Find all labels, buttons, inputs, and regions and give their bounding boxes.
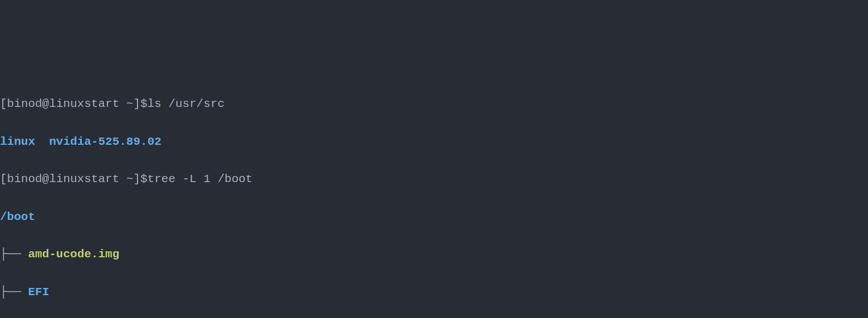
shell-prompt: [binod@linuxstart ~]$ bbox=[0, 97, 148, 110]
tree-branch-icon: ├── bbox=[0, 248, 28, 261]
dir-entry: /boot bbox=[0, 211, 35, 223]
ls-output-src: linux nvidia-525.89.02 bbox=[0, 133, 868, 151]
command-text: tree -L 1 /boot bbox=[148, 173, 253, 185]
prompt-line-1: [binod@linuxstart ~]$ls /usr/src bbox=[0, 95, 868, 114]
shell-prompt: [binod@linuxstart ~]$ bbox=[0, 173, 148, 185]
tree-root: /boot bbox=[0, 208, 868, 227]
tree-item: ├── amd-ucode.img bbox=[0, 245, 868, 264]
dir-entry: EFI bbox=[28, 286, 49, 299]
file-entry: amd-ucode.img bbox=[28, 248, 119, 261]
terminal-output[interactable]: [binod@linuxstart ~]$ls /usr/src linux n… bbox=[0, 75, 868, 318]
dir-entry: linux bbox=[0, 135, 35, 148]
tree-branch-icon: ├── bbox=[0, 286, 28, 299]
tree-item: ├── EFI bbox=[0, 283, 868, 302]
command-text: ls /usr/src bbox=[148, 97, 225, 110]
prompt-line-2: [binod@linuxstart ~]$tree -L 1 /boot bbox=[0, 170, 868, 189]
dir-entry: nvidia-525.89.02 bbox=[49, 135, 161, 148]
